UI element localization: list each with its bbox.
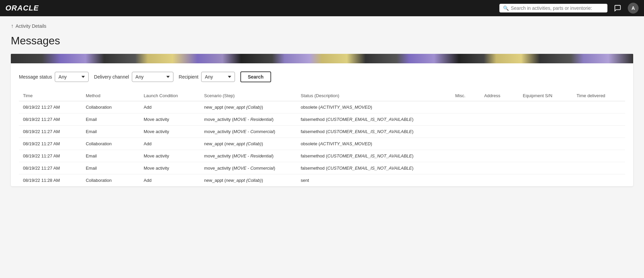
oracle-logo: ORACLE xyxy=(5,4,39,13)
message-status-filter-group: Message status Any Sent Failed Pending xyxy=(19,72,89,82)
cell-method: Collaboration xyxy=(82,138,140,150)
cell-misc xyxy=(451,138,480,150)
cell-equipment xyxy=(519,162,572,174)
cell-address xyxy=(480,126,519,138)
cell-method: Collaboration xyxy=(82,101,140,113)
cell-status: falsemethod (CUSTOMER_EMAIL_IS_NOT_AVAIL… xyxy=(296,162,451,174)
cell-time-delivered xyxy=(573,126,625,138)
table-row: 08/19/22 11:27 AM Email Move activity mo… xyxy=(19,162,625,174)
cell-scenario: move_activity (MOVE - Residential) xyxy=(200,150,297,162)
cell-method: Email xyxy=(82,150,140,162)
table-body: 08/19/22 11:27 AM Collaboration Add new_… xyxy=(19,101,625,187)
cell-scenario: new_appt (new_appt (Collab)) xyxy=(200,138,297,150)
cell-equipment xyxy=(519,113,572,126)
recipient-filter-group: Recipient Any xyxy=(179,72,235,82)
cell-time-delivered xyxy=(573,101,625,113)
col-header-launch: Launch Condition xyxy=(140,90,200,101)
messages-table-container: Message status Any Sent Failed Pending D… xyxy=(11,63,633,186)
chat-icon xyxy=(614,4,621,12)
table-row: 08/19/22 11:27 AM Email Move activity mo… xyxy=(19,126,625,138)
cell-status: falsemethod (CUSTOMER_EMAIL_IS_NOT_AVAIL… xyxy=(296,150,451,162)
cell-scenario: move_activity (MOVE - Residential) xyxy=(200,113,297,126)
cell-time-delivered xyxy=(573,174,625,187)
cell-scenario: move_activity (MOVE - Commercial) xyxy=(200,162,297,174)
cell-launch: Move activity xyxy=(140,126,200,138)
cell-launch: Move activity xyxy=(140,150,200,162)
cell-misc xyxy=(451,162,480,174)
cell-address xyxy=(480,150,519,162)
table-row: 08/19/22 11:28 AM Collaboration Add new_… xyxy=(19,174,625,187)
col-header-time: Time xyxy=(19,90,82,101)
cell-launch: Move activity xyxy=(140,162,200,174)
breadcrumb[interactable]: ↑ Activity Details xyxy=(11,23,633,29)
page-content: ↑ Activity Details Messages Message stat… xyxy=(0,16,644,193)
col-header-equipment: Equipment S/N xyxy=(519,90,572,101)
breadcrumb-arrow-icon: ↑ xyxy=(11,23,14,29)
cell-address xyxy=(480,174,519,187)
cell-misc xyxy=(451,174,480,187)
cell-launch: Move activity xyxy=(140,113,200,126)
page-title: Messages xyxy=(11,35,633,47)
recipient-label: Recipient xyxy=(179,74,198,80)
cell-equipment xyxy=(519,126,572,138)
message-status-select[interactable]: Any Sent Failed Pending xyxy=(55,72,89,82)
cell-address xyxy=(480,138,519,150)
cell-time: 08/19/22 11:27 AM xyxy=(19,113,82,126)
decorative-banner xyxy=(11,54,633,63)
col-header-scenario: Scenario (Step) xyxy=(200,90,297,101)
nav-right: 🔍 A xyxy=(499,2,639,14)
cell-address xyxy=(480,113,519,126)
global-search-input[interactable] xyxy=(511,5,604,11)
table-row: 08/19/22 11:27 AM Collaboration Add new_… xyxy=(19,138,625,150)
messages-icon-button[interactable] xyxy=(612,2,624,14)
cell-equipment xyxy=(519,138,572,150)
cell-method: Collaboration xyxy=(82,174,140,187)
filters-row: Message status Any Sent Failed Pending D… xyxy=(19,71,625,82)
cell-misc xyxy=(451,101,480,113)
cell-time-delivered xyxy=(573,162,625,174)
cell-method: Email xyxy=(82,126,140,138)
cell-time-delivered xyxy=(573,138,625,150)
cell-status: obsolete (ACTIVITY_WAS_MOVED) xyxy=(296,138,451,150)
cell-misc xyxy=(451,150,480,162)
top-navigation: ORACLE 🔍 A xyxy=(0,0,644,16)
cell-launch: Add xyxy=(140,138,200,150)
cell-equipment xyxy=(519,174,572,187)
col-header-time-delivered: Time delivered xyxy=(573,90,625,101)
breadcrumb-label: Activity Details xyxy=(16,23,46,29)
cell-launch: Add xyxy=(140,101,200,113)
search-button[interactable]: Search xyxy=(240,71,271,82)
cell-scenario: new_appt (new_appt (Collab)) xyxy=(200,174,297,187)
cell-address xyxy=(480,101,519,113)
delivery-channel-filter-group: Delivery channel Any Email Collaboration xyxy=(94,72,173,82)
delivery-channel-label: Delivery channel xyxy=(94,74,129,80)
messages-table: Time Method Launch Condition Scenario (S… xyxy=(19,90,625,186)
table-row: 08/19/22 11:27 AM Collaboration Add new_… xyxy=(19,101,625,113)
cell-address xyxy=(480,162,519,174)
col-header-status: Status (Description) xyxy=(296,90,451,101)
cell-time: 08/19/22 11:28 AM xyxy=(19,174,82,187)
global-search-bar[interactable]: 🔍 xyxy=(499,4,607,13)
delivery-channel-select[interactable]: Any Email Collaboration xyxy=(132,72,173,82)
user-avatar-button[interactable]: A xyxy=(628,3,639,14)
cell-method: Email xyxy=(82,162,140,174)
cell-status: falsemethod (CUSTOMER_EMAIL_IS_NOT_AVAIL… xyxy=(296,126,451,138)
table-header: Time Method Launch Condition Scenario (S… xyxy=(19,90,625,101)
cell-time: 08/19/22 11:27 AM xyxy=(19,162,82,174)
table-row: 08/19/22 11:27 AM Email Move activity mo… xyxy=(19,113,625,126)
cell-time: 08/19/22 11:27 AM xyxy=(19,138,82,150)
col-header-misc: Misc. xyxy=(451,90,480,101)
cell-status: falsemethod (CUSTOMER_EMAIL_IS_NOT_AVAIL… xyxy=(296,113,451,126)
cell-equipment xyxy=(519,150,572,162)
recipient-select[interactable]: Any xyxy=(201,72,235,82)
table-header-row: Time Method Launch Condition Scenario (S… xyxy=(19,90,625,101)
cell-time-delivered xyxy=(573,150,625,162)
cell-scenario: move_activity (MOVE - Commercial) xyxy=(200,126,297,138)
cell-time: 08/19/22 11:27 AM xyxy=(19,126,82,138)
col-header-method: Method xyxy=(82,90,140,101)
cell-method: Email xyxy=(82,113,140,126)
cell-status: obsolete (ACTIVITY_WAS_MOVED) xyxy=(296,101,451,113)
cell-equipment xyxy=(519,101,572,113)
cell-launch: Add xyxy=(140,174,200,187)
cell-time: 08/19/22 11:27 AM xyxy=(19,101,82,113)
